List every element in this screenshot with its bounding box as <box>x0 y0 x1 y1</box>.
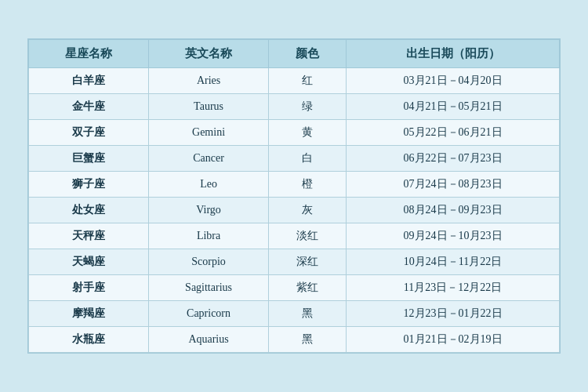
cell-date_range-9: 12月23日－01月22日 <box>347 301 560 327</box>
table-header-row: 星座名称 英文名称 颜色 出生日期（阳历） <box>29 40 560 68</box>
cell-date_range-2: 05月22日－06月21日 <box>347 120 560 146</box>
zodiac-table: 星座名称 英文名称 颜色 出生日期（阳历） 白羊座Aries红03月21日－04… <box>28 39 560 353</box>
table-row: 金牛座Taurus绿04月21日－05月21日 <box>29 94 560 120</box>
table-row: 白羊座Aries红03月21日－04月20日 <box>29 68 560 94</box>
cell-english_name-6: Libra <box>149 223 269 249</box>
cell-chinese_name-2: 双子座 <box>29 120 149 146</box>
cell-english_name-7: Scorpio <box>149 249 269 275</box>
cell-chinese_name-3: 巨蟹座 <box>29 146 149 172</box>
cell-english_name-4: Leo <box>149 172 269 198</box>
cell-date_range-4: 07月24日－08月23日 <box>347 172 560 198</box>
cell-color-7: 深红 <box>269 249 347 275</box>
cell-english_name-0: Aries <box>149 68 269 94</box>
col-header-chinese: 星座名称 <box>29 40 149 68</box>
cell-color-9: 黑 <box>269 301 347 327</box>
cell-color-3: 白 <box>269 146 347 172</box>
cell-chinese_name-1: 金牛座 <box>29 94 149 120</box>
table-row: 狮子座Leo橙07月24日－08月23日 <box>29 172 560 198</box>
col-header-english: 英文名称 <box>149 40 269 68</box>
cell-color-0: 红 <box>269 68 347 94</box>
table-row: 摩羯座Capricorn黑12月23日－01月22日 <box>29 301 560 327</box>
cell-color-1: 绿 <box>269 94 347 120</box>
cell-color-6: 淡红 <box>269 223 347 249</box>
table-row: 水瓶座Aquarius黑01月21日－02月19日 <box>29 327 560 353</box>
cell-chinese_name-10: 水瓶座 <box>29 327 149 353</box>
table-row: 射手座Sagittarius紫红11月23日－12月22日 <box>29 275 560 301</box>
cell-english_name-3: Cancer <box>149 146 269 172</box>
cell-date_range-7: 10月24日－11月22日 <box>347 249 560 275</box>
cell-date_range-5: 08月24日－09月23日 <box>347 198 560 223</box>
cell-color-4: 橙 <box>269 172 347 198</box>
cell-date_range-3: 06月22日－07月23日 <box>347 146 560 172</box>
cell-chinese_name-0: 白羊座 <box>29 68 149 94</box>
cell-color-2: 黄 <box>269 120 347 146</box>
table-row: 天秤座Libra淡红09月24日－10月23日 <box>29 223 560 249</box>
cell-english_name-10: Aquarius <box>149 327 269 353</box>
cell-chinese_name-5: 处女座 <box>29 198 149 223</box>
cell-english_name-8: Sagittarius <box>149 275 269 301</box>
cell-chinese_name-8: 射手座 <box>29 275 149 301</box>
cell-chinese_name-7: 天蝎座 <box>29 249 149 275</box>
col-header-color: 颜色 <box>269 40 347 68</box>
cell-color-10: 黑 <box>269 327 347 353</box>
table-body: 白羊座Aries红03月21日－04月20日金牛座Taurus绿04月21日－0… <box>29 68 560 353</box>
cell-color-5: 灰 <box>269 198 347 223</box>
cell-english_name-2: Gemini <box>149 120 269 146</box>
cell-date_range-6: 09月24日－10月23日 <box>347 223 560 249</box>
table-row: 双子座Gemini黄05月22日－06月21日 <box>29 120 560 146</box>
cell-chinese_name-9: 摩羯座 <box>29 301 149 327</box>
table-row: 天蝎座Scorpio深红10月24日－11月22日 <box>29 249 560 275</box>
cell-chinese_name-6: 天秤座 <box>29 223 149 249</box>
cell-english_name-1: Taurus <box>149 94 269 120</box>
table-row: 处女座Virgo灰08月24日－09月23日 <box>29 198 560 223</box>
cell-date_range-1: 04月21日－05月21日 <box>347 94 560 120</box>
cell-english_name-9: Capricorn <box>149 301 269 327</box>
cell-date_range-8: 11月23日－12月22日 <box>347 275 560 301</box>
col-header-date: 出生日期（阳历） <box>347 40 560 68</box>
cell-chinese_name-4: 狮子座 <box>29 172 149 198</box>
cell-date_range-10: 01月21日－02月19日 <box>347 327 560 353</box>
table-row: 巨蟹座Cancer白06月22日－07月23日 <box>29 146 560 172</box>
cell-date_range-0: 03月21日－04月20日 <box>347 68 560 94</box>
zodiac-table-container: 星座名称 英文名称 颜色 出生日期（阳历） 白羊座Aries红03月21日－04… <box>27 38 561 354</box>
cell-english_name-5: Virgo <box>149 198 269 223</box>
cell-color-8: 紫红 <box>269 275 347 301</box>
